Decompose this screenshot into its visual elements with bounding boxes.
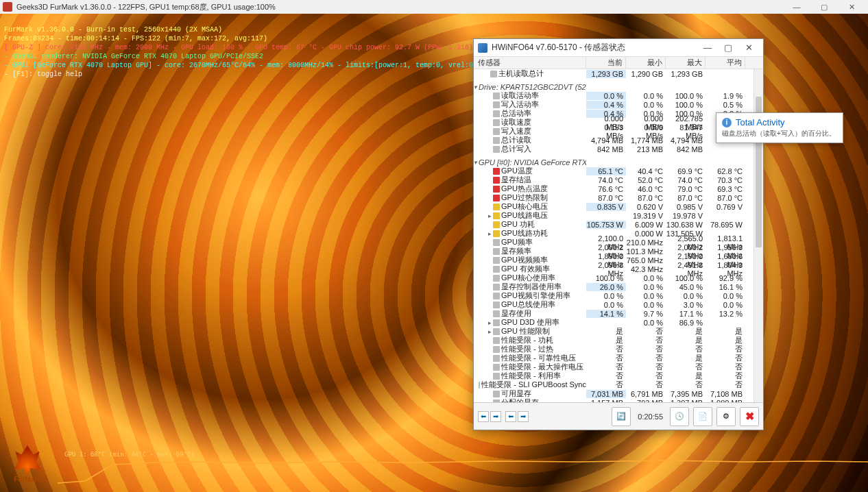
- hwinfo-close-button[interactable]: ✕: [738, 41, 759, 55]
- hwinfo-minimize-button[interactable]: —: [697, 41, 718, 55]
- temperature-graph: GPU 1: 68°C (min: 46°C - max: 69°C): [58, 452, 868, 487]
- tooltip-body: 磁盘总活动（读取+写入）的百分比。: [722, 129, 837, 138]
- col-sensor[interactable]: 传感器: [474, 57, 586, 69]
- furmark-logo-text: FurMark: [7, 476, 48, 483]
- tooltip: iTotal Activity 磁盘总活动（读取+写入）的百分比。: [716, 112, 843, 143]
- maximize-button[interactable]: ▢: [810, 0, 838, 14]
- sensor-row[interactable]: 总计写入842 MB213 MB842 MB: [474, 145, 763, 153]
- nav-prev2-button[interactable]: ⬅: [505, 411, 516, 422]
- hwinfo-column-header: 传感器 当前 最小 最大 平均: [474, 57, 763, 69]
- tooltip-title: Total Activity: [736, 117, 785, 127]
- info-icon: i: [722, 118, 732, 127]
- reset-button[interactable]: ✖: [740, 407, 759, 426]
- hwinfo-maximize-button[interactable]: ▢: [718, 41, 738, 55]
- furmark-app-icon: [3, 2, 12, 12]
- col-current[interactable]: 当前: [586, 57, 626, 69]
- minimize-button[interactable]: —: [783, 0, 810, 14]
- refresh-button[interactable]: 🔄: [612, 407, 631, 426]
- flame-icon: [12, 445, 43, 476]
- close-button[interactable]: ✕: [838, 0, 865, 14]
- col-max[interactable]: 最大: [666, 57, 706, 69]
- hwinfo-title-text: HWiNFO64 v7.60-5170 - 传感器状态: [492, 42, 625, 53]
- furmark-logo: FurMark: [7, 445, 48, 487]
- clock-icon[interactable]: 🕓: [670, 407, 689, 426]
- hwinfo-footer: ⬅ ➡ ⬅ ➡ 🔄 0:20:55 🕓 📄 ⚙ ✖: [474, 402, 763, 430]
- nav-prev-button[interactable]: ⬅: [478, 411, 489, 422]
- settings-button[interactable]: ⚙: [716, 407, 736, 426]
- graph-label: GPU 1: 68°C (min: 46°C - max: 69°C): [64, 451, 195, 458]
- nav-next-button[interactable]: ➡: [490, 411, 501, 422]
- hwinfo-app-icon: [478, 43, 487, 53]
- sensor-row[interactable]: 主机读取总计1,293 GB1,290 GB1,293 GB: [474, 69, 763, 78]
- nav-next2-button[interactable]: ➡: [518, 411, 529, 422]
- elapsed-timer: 0:20:55: [635, 413, 666, 421]
- hwinfo-window: HWiNFO64 v7.60-5170 - 传感器状态 — ▢ ✕ 传感器 当前…: [473, 38, 764, 430]
- furmark-title-text: Geeks3D FurMark v1.36.0.0 - 122FPS, GPU1…: [16, 2, 276, 12]
- log-button[interactable]: 📄: [693, 407, 712, 426]
- col-avg[interactable]: 平均: [706, 57, 745, 69]
- sensor-row[interactable]: 分配的显存1,157 MB793 MB1,397 MB1,080 MB: [474, 398, 763, 402]
- furmark-titlebar: Geeks3D FurMark v1.36.0.0 - 122FPS, GPU1…: [0, 0, 868, 14]
- col-min[interactable]: 最小: [626, 57, 666, 69]
- hwinfo-titlebar[interactable]: HWiNFO64 v7.60-5170 - 传感器状态 — ▢ ✕: [474, 39, 763, 57]
